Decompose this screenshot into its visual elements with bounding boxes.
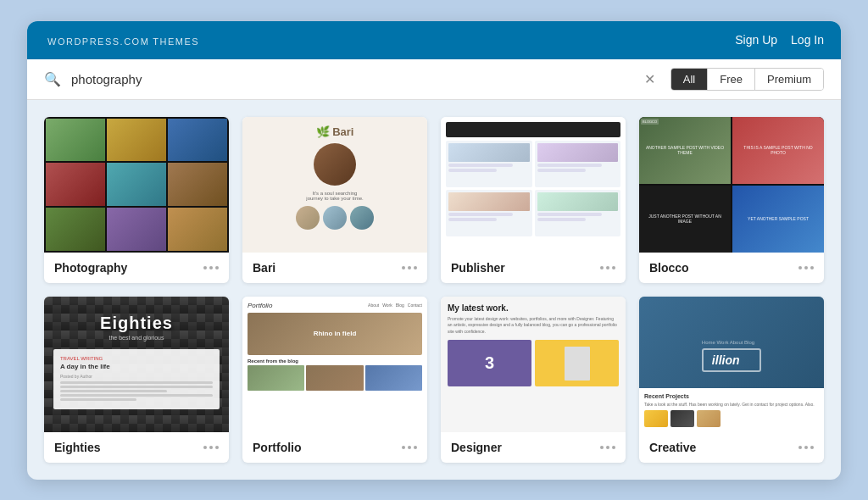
designer-description: Promote your latest design work: website… [448, 316, 619, 336]
theme-card-photography[interactable]: Photography [44, 117, 229, 283]
creative-projects-desc: Take a look at the stuff. Has been worki… [644, 402, 819, 408]
clear-search-button[interactable]: ✕ [639, 69, 660, 89]
portfolio-nav-link: About [368, 303, 379, 308]
theme-card-eighties[interactable]: Eighties the best and glorious TRAVEL WR… [44, 297, 229, 463]
pub-line [537, 164, 602, 167]
themes-label: THEMES [153, 36, 199, 47]
dot [402, 446, 405, 449]
dot [408, 266, 411, 269]
theme-dots-blocco[interactable] [798, 266, 814, 269]
theme-dots-photography[interactable] [203, 266, 219, 269]
theme-dots-publisher[interactable] [600, 266, 615, 269]
bari-tagline: It's a soul searchingjourney to take you… [306, 191, 363, 201]
filter-buttons: All Free Premium [670, 68, 824, 91]
theme-card-designer[interactable]: My latest work. Promote your latest desi… [441, 297, 626, 463]
portfolio-grid-cell [306, 365, 363, 391]
eighties-title: Eighties [100, 314, 173, 333]
pub-card [446, 190, 532, 236]
creative-item [670, 410, 694, 427]
theme-card-creative[interactable]: Home Work About Blog illion Recent Proje… [639, 297, 824, 463]
portfolio-nav-links: About Work Blog Contact [368, 303, 422, 308]
theme-footer-creative: Creative [639, 432, 824, 463]
creative-nav: Home Work About Blog [702, 340, 761, 345]
bari-sm-circle [350, 206, 374, 230]
theme-card-portfolio[interactable]: Portfolio About Work Blog Contact Rhino … [242, 297, 427, 463]
portfolio-nav-link: Work [382, 303, 392, 308]
theme-name-eighties: Eighties [54, 441, 100, 454]
filter-all-button[interactable]: All [671, 69, 708, 90]
search-input[interactable] [71, 72, 629, 86]
dot [600, 266, 604, 269]
dot [612, 266, 615, 269]
dot [215, 266, 219, 269]
theme-preview-publisher [441, 117, 626, 253]
designer-heading: My latest work. [448, 303, 619, 313]
dot [810, 446, 814, 449]
blocco-cell: YET ANOTHER SAMPLE POST [732, 186, 824, 253]
theme-name-publisher: Publisher [451, 261, 505, 275]
theme-dots-bari[interactable] [402, 266, 417, 269]
theme-name-designer: Designer [451, 441, 502, 454]
dot [408, 446, 411, 449]
dot [804, 266, 808, 269]
theme-card-bari[interactable]: 🌿 Bari It's a soul searchingjourney to t… [242, 117, 427, 283]
theme-name-blocco: Blocco [649, 261, 689, 275]
theme-dots-eighties[interactable] [203, 446, 219, 449]
theme-preview-eighties: Eighties the best and glorious TRAVEL WR… [44, 297, 229, 432]
theme-name-photography: Photography [54, 261, 127, 275]
theme-card-publisher[interactable]: Publisher [441, 117, 626, 283]
theme-dots-designer[interactable] [600, 446, 615, 449]
blocco-cell: JUST ANOTHER POST WITHOUT AN IMAGE [639, 186, 731, 253]
theme-dots-portfolio[interactable] [402, 446, 417, 449]
dot [414, 266, 417, 269]
brand-name: WordPress.com [47, 36, 149, 47]
dot [606, 446, 609, 449]
filter-free-button[interactable]: Free [708, 69, 755, 90]
theme-preview-bari: 🌿 Bari It's a soul searchingjourney to t… [242, 117, 427, 253]
pub-line [537, 218, 586, 221]
theme-preview-photography [44, 117, 229, 253]
theme-footer-designer: Designer [441, 432, 626, 463]
bari-sm-circle [323, 206, 347, 230]
theme-footer-publisher: Publisher [441, 253, 626, 283]
pub-card [535, 141, 621, 187]
dot [798, 266, 802, 269]
search-icon: 🔍 [44, 71, 61, 87]
dot [600, 446, 604, 449]
bari-circles-row [296, 206, 374, 230]
header-brand-area: WordPress.comTHEMES [44, 33, 199, 47]
portfolio-grid-cell [365, 365, 422, 391]
blocco-cell: BLOGCO ANOTHER SAMPLE POST WITH VIDEO TH… [639, 117, 731, 184]
eighties-text-line [60, 386, 213, 388]
theme-card-blocco[interactable]: BLOGCO ANOTHER SAMPLE POST WITH VIDEO TH… [639, 117, 824, 283]
eighties-text-line [60, 390, 167, 392]
filter-premium-button[interactable]: Premium [755, 69, 823, 90]
dot [203, 266, 207, 269]
eighties-text-line [60, 394, 213, 397]
signup-link[interactable]: Sign Up [735, 33, 777, 47]
dot [804, 446, 808, 449]
dot [209, 266, 213, 269]
bari-logo: 🌿 Bari [316, 125, 354, 138]
eighties-text-line [60, 381, 213, 384]
dot [798, 446, 802, 449]
portfolio-nav-link: Blog [396, 303, 404, 308]
theme-dots-creative[interactable] [798, 446, 814, 449]
theme-name-portfolio: Portfolio [253, 441, 302, 454]
header-actions: Sign Up Log In [735, 33, 824, 47]
theme-preview-blocco: BLOGCO ANOTHER SAMPLE POST WITH VIDEO TH… [639, 117, 824, 253]
portfolio-logo: Portfolio [248, 302, 272, 309]
bari-sm-circle [296, 206, 320, 230]
designer-number: 3 [485, 353, 494, 373]
login-link[interactable]: Log In [791, 33, 824, 47]
publisher-header-bar [446, 122, 620, 137]
theme-footer-photography: Photography [44, 253, 229, 283]
pub-card [446, 141, 532, 187]
portfolio-nav-link: Contact [408, 303, 422, 308]
eighties-tag: TRAVEL WRITING [60, 356, 213, 361]
dot [606, 266, 609, 269]
portfolio-section-title: Recent from the blog [248, 358, 422, 364]
dot [612, 446, 615, 449]
brand-logo: WordPress.comTHEMES [44, 33, 199, 47]
designer-grid: 3 [448, 340, 619, 386]
